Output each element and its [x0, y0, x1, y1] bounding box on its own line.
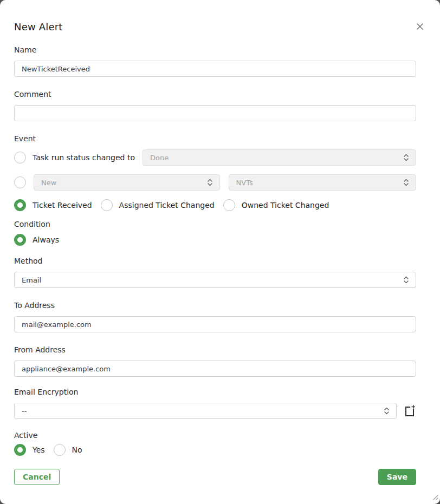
chevron-up-down-icon	[384, 407, 390, 415]
dialog-header: New Alert	[0, 0, 440, 34]
from-address-label: From Address	[14, 345, 416, 354]
event-ticket-row: Ticket Received Assigned Ticket Changed …	[14, 199, 416, 211]
comment-label: Comment	[14, 90, 416, 99]
active-no-option: No	[54, 444, 82, 456]
name-label: Name	[14, 45, 416, 54]
radio-owned-ticket-changed[interactable]	[223, 199, 235, 211]
chevron-up-down-icon	[403, 276, 409, 284]
dialog-footer: Cancel Save	[14, 469, 416, 485]
to-address-label: To Address	[14, 301, 416, 310]
to-address-input[interactable]	[14, 316, 416, 332]
radio-ticket-received[interactable]	[14, 199, 26, 211]
event-task-run-row: Task run status changed to Done	[14, 149, 416, 166]
email-encryption-select[interactable]: --	[14, 403, 397, 419]
owned-ticket-changed-label: Owned Ticket Changed	[242, 201, 329, 210]
email-encryption-row: --	[14, 403, 416, 419]
active-yes-label: Yes	[33, 446, 45, 454]
chevron-up-down-icon	[403, 178, 409, 187]
active-row: Yes No	[14, 444, 416, 456]
radio-always[interactable]	[14, 234, 26, 246]
save-button[interactable]: Save	[378, 469, 416, 485]
dialog-body: Name Comment Event Task run status chang…	[14, 45, 416, 456]
from-address-input[interactable]	[14, 361, 416, 377]
method-label: Method	[14, 257, 416, 265]
radio-active-no[interactable]	[54, 444, 66, 456]
radio-secinfo-event[interactable]	[14, 176, 26, 188]
new-alert-dialog: New Alert Name Comment Event Task run st…	[0, 0, 440, 504]
close-icon[interactable]	[414, 21, 426, 32]
owned-ticket-changed-option: Owned Ticket Changed	[223, 199, 329, 211]
resize-handle-icon[interactable]	[431, 493, 439, 503]
method-select[interactable]: Email	[14, 272, 416, 288]
active-no-label: No	[72, 446, 82, 454]
name-input[interactable]	[14, 61, 416, 77]
chevron-up-down-icon	[207, 178, 213, 187]
new-credential-icon[interactable]	[403, 404, 416, 418]
dialog-title: New Alert	[14, 21, 63, 32]
ticket-received-option: Ticket Received	[14, 199, 92, 211]
radio-active-yes[interactable]	[14, 444, 26, 456]
secinfo-event-select: New	[34, 174, 220, 191]
secinfo-type-select: NVTs	[229, 174, 416, 191]
assigned-ticket-changed-label: Assigned Ticket Changed	[119, 201, 215, 210]
task-run-status-label: Task run status changed to	[33, 153, 135, 162]
event-secinfo-row: New NVTs	[14, 174, 416, 191]
assigned-ticket-changed-option: Assigned Ticket Changed	[101, 199, 215, 211]
cancel-button[interactable]: Cancel	[14, 469, 60, 485]
event-label: Event	[14, 134, 416, 143]
task-status-select: Done	[143, 149, 416, 166]
ticket-received-label: Ticket Received	[33, 201, 92, 210]
chevron-up-down-icon	[403, 153, 409, 162]
active-yes-option: Yes	[14, 444, 45, 456]
active-label: Active	[14, 431, 416, 440]
always-label: Always	[33, 235, 59, 244]
radio-assigned-ticket-changed[interactable]	[101, 199, 113, 211]
radio-task-run-status[interactable]	[14, 152, 26, 163]
comment-input[interactable]	[14, 105, 416, 121]
condition-row: Always	[14, 234, 416, 246]
email-encryption-label: Email Encryption	[14, 388, 416, 396]
condition-label: Condition	[14, 220, 416, 228]
